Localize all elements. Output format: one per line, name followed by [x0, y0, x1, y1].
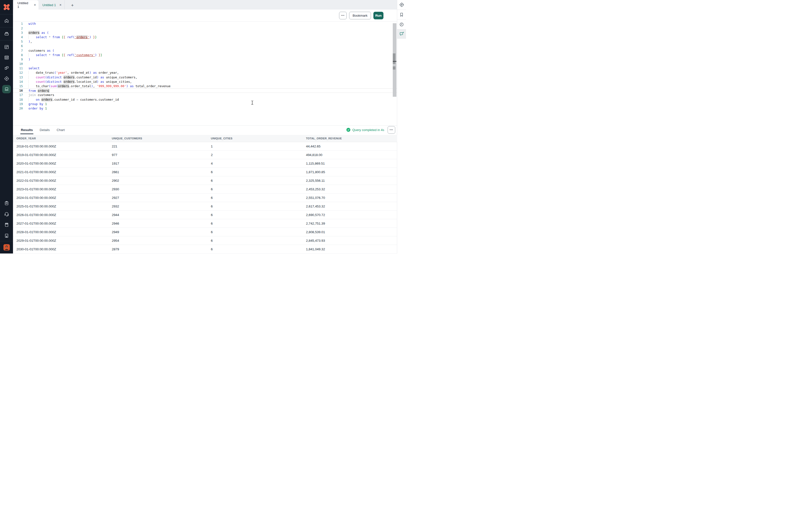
- table-cell: 6: [207, 193, 303, 202]
- bookmark-icon: [399, 12, 404, 17]
- code-line[interactable]: 3orders as (: [13, 31, 397, 35]
- table-cell: 1: [207, 142, 303, 151]
- scrollbar-cursor-mark: [393, 61, 397, 62]
- query-status-text: Query completed in 4s: [352, 128, 384, 132]
- table-cell: 2,742,751.39: [303, 219, 397, 228]
- tab-results[interactable]: Results: [21, 126, 33, 134]
- code-line[interactable]: 7customers as (: [13, 49, 397, 53]
- table-row[interactable]: 2021-01-01T00:00:00.000Z266161,871,800.8…: [13, 168, 397, 176]
- code-line[interactable]: 16from orders: [13, 89, 397, 93]
- table-row[interactable]: 2028-01-01T00:00:00.000Z294962,808,539.0…: [13, 228, 397, 236]
- sidebar-item-ai-assistant[interactable]: [397, 30, 406, 39]
- tab-untitled-1[interactable]: Untitled 1 ✕: [13, 0, 39, 9]
- code-line[interactable]: 19group by 1: [13, 102, 397, 106]
- more-options-button[interactable]: •••: [339, 12, 347, 19]
- code-line[interactable]: 4 select * from {{ ref('orders') }}: [13, 35, 397, 40]
- sidebar-item-docs[interactable]: [0, 219, 13, 230]
- table-row[interactable]: 2026-01-01T00:00:00.000Z294462,690,570.7…: [13, 211, 397, 219]
- sidebar-item-organization[interactable]: [0, 230, 13, 241]
- column-header[interactable]: ORDER_YEAR: [13, 135, 108, 142]
- table-cell: 2,845,473.93: [303, 236, 397, 245]
- code-line[interactable]: 17join customers: [13, 93, 397, 97]
- table-row[interactable]: 2019-01-01T00:00:00.000Z9772494,818.00: [13, 151, 397, 159]
- code-line[interactable]: 2: [13, 26, 397, 31]
- clipboard-icon: [4, 201, 9, 206]
- table-cell: 44,442.65: [303, 142, 397, 151]
- sidebar-item-changelog[interactable]: [0, 198, 13, 209]
- code-line[interactable]: 15 to_char(sum(orders.order_total), '999…: [13, 84, 397, 89]
- table-row[interactable]: 2029-01-01T00:00:00.000Z295462,845,473.9…: [13, 236, 397, 245]
- sidebar-item-history[interactable]: [397, 19, 406, 30]
- table-cell: 6: [207, 219, 303, 228]
- column-header[interactable]: TOTAL_ORDER_REVENUE: [303, 135, 397, 142]
- code-line[interactable]: 13 count(distinct orders.customer_id) as…: [13, 75, 397, 79]
- sql-editor[interactable]: 1with23orders as (4 select * from {{ ref…: [13, 21, 397, 125]
- table-cell: 494,818.00: [303, 151, 397, 159]
- run-button[interactable]: Run: [373, 12, 384, 19]
- code-line[interactable]: 8 select * from {{ ref('customers') }}: [13, 53, 397, 57]
- code-line[interactable]: 14 count(distinct orders.location_id) as…: [13, 79, 397, 84]
- results-more-button[interactable]: •••: [388, 126, 395, 134]
- table-cell: 1,115,869.51: [303, 159, 397, 168]
- column-header[interactable]: UNIQUE_CITIES: [207, 135, 303, 142]
- table-row[interactable]: 2023-01-01T00:00:00.000Z293062,453,253.3…: [13, 185, 397, 193]
- success-check-icon: [346, 128, 350, 132]
- code-line[interactable]: 11select: [13, 66, 397, 70]
- editor-scrollbar[interactable]: [393, 23, 397, 97]
- results-table: ORDER_YEAR UNIQUE_CUSTOMERS UNIQUE_CITIE…: [13, 135, 397, 253]
- compass-icon: [4, 76, 9, 81]
- sidebar-item-explore-right[interactable]: [397, 0, 406, 10]
- tab-chart[interactable]: Chart: [57, 126, 65, 134]
- tab-details[interactable]: Details: [40, 126, 50, 134]
- code-text: to_char(sum(orders.order_total), '999,99…: [23, 84, 171, 89]
- table-row[interactable]: 2027-01-01T00:00:00.000Z294662,742,751.3…: [13, 219, 397, 228]
- sidebar-item-support[interactable]: [0, 209, 13, 219]
- sidebar-item-apps[interactable]: [0, 42, 13, 52]
- code-line[interactable]: 1with: [13, 21, 397, 26]
- table-row[interactable]: 2030-01-01T00:00:00.000Z287961,841,049.3…: [13, 245, 397, 253]
- code-line[interactable]: 9): [13, 57, 397, 62]
- table-row[interactable]: 2020-01-01T00:00:00.000Z191741,115,869.5…: [13, 159, 397, 168]
- table-cell: 2,551,076.70: [303, 193, 397, 202]
- sidebar-item-projects[interactable]: [0, 27, 13, 41]
- table-cell: 2879: [108, 245, 207, 253]
- code-text: ): [23, 57, 31, 62]
- scrollbar-thumb[interactable]: [393, 53, 396, 64]
- query-status: Query completed in 4s •••: [346, 126, 395, 134]
- code-line[interactable]: 10: [13, 62, 397, 66]
- results-header: Results Details Chart Query completed in…: [13, 126, 397, 134]
- bookmark-button[interactable]: Bookmark: [349, 12, 371, 19]
- table-row[interactable]: 2024-01-01T00:00:00.000Z292762,551,076.7…: [13, 193, 397, 202]
- code-line[interactable]: 12 date_trunc('year', ordered_at) as ord…: [13, 70, 397, 75]
- line-number: 18: [13, 98, 23, 102]
- sidebar-item-terminal-active[interactable]: [0, 84, 13, 94]
- linked-windows-icon: [4, 65, 9, 71]
- column-header[interactable]: UNIQUE_CUSTOMERS: [108, 135, 207, 142]
- code-text: orders as (: [23, 31, 49, 35]
- compass-icon: [399, 2, 404, 7]
- user-avatar[interactable]: [0, 241, 13, 253]
- sidebar-item-explore[interactable]: [0, 73, 13, 84]
- code-line[interactable]: 6: [13, 44, 397, 48]
- tab-close-icon[interactable]: ✕: [34, 3, 36, 7]
- sidebar-item-code-editor[interactable]: [0, 52, 13, 63]
- code-text: customers as (: [23, 49, 54, 53]
- sidebar-item-sessions[interactable]: [0, 63, 13, 73]
- line-number: 16: [13, 89, 23, 93]
- code-line[interactable]: 20order by 1: [13, 106, 397, 111]
- table-row[interactable]: 2025-01-01T00:00:00.000Z293262,617,453.3…: [13, 202, 397, 211]
- code-line[interactable]: 5),: [13, 40, 397, 44]
- code-line[interactable]: 18 on orders.customer_id = customers.cus…: [13, 98, 397, 102]
- sidebar-item-home[interactable]: [0, 14, 13, 27]
- scrollbar-thumb-secondary[interactable]: [393, 66, 396, 69]
- table-cell: 6: [207, 202, 303, 211]
- ai-chat-sparkle-icon: [399, 31, 404, 37]
- code-window-icon: [4, 55, 9, 60]
- tab-untitled-2[interactable]: Untitled 1 ✕: [39, 0, 65, 9]
- table-row[interactable]: 2022-01-01T00:00:00.000Z290262,325,556.1…: [13, 176, 397, 185]
- new-tab-button[interactable]: +: [70, 3, 75, 8]
- app-logo[interactable]: [0, 0, 13, 14]
- table-row[interactable]: 2018-01-01T00:00:00.000Z221144,442.65: [13, 142, 397, 151]
- tab-close-icon[interactable]: ✕: [59, 3, 61, 7]
- sidebar-item-bookmarks[interactable]: [397, 10, 406, 19]
